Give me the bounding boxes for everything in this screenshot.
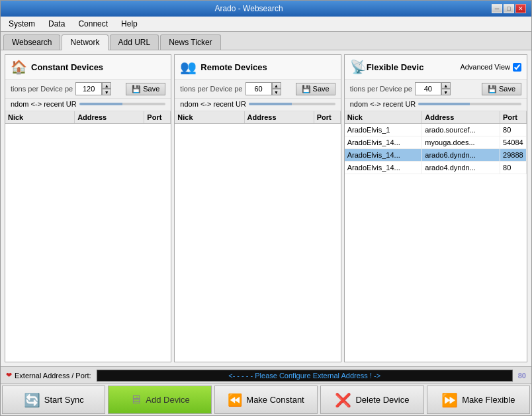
remote-save-button[interactable]: 💾 Save — [296, 83, 335, 95]
arrow-left-icon: ⏪ — [228, 393, 242, 407]
tab-websearch[interactable]: Websearch — [3, 34, 60, 50]
flexible-spinbox: ▲ ▼ — [415, 82, 451, 95]
flexible-save-button[interactable]: 💾 Save — [482, 83, 521, 95]
remote-table-header: Nick Address Port — [175, 111, 340, 124]
flexible-col-nick: Nick — [345, 111, 423, 123]
flexible-save-icon: 💾 — [488, 85, 497, 93]
remote-spinbox: ▲ ▼ — [245, 82, 281, 95]
table-row[interactable]: AradoElvis_14... arado4.dyndn... 80 — [345, 162, 527, 174]
constant-actions-input[interactable] — [75, 82, 102, 95]
menu-connect[interactable]: Connect — [73, 18, 113, 30]
flexible-panel-header: 📡 Flexible Devic Advanced View — [345, 55, 527, 79]
delete-icon: ❌ — [335, 392, 351, 408]
flexible-actions-label: tions per Device pe — [350, 85, 412, 93]
people-icon: 👥 — [180, 59, 197, 75]
minimize-button[interactable]: ─ — [492, 4, 502, 13]
remote-actions-input[interactable] — [245, 82, 272, 95]
start-sync-label: Start Sync — [44, 395, 84, 405]
constant-devices-panel: 🏠 Constant Devices tions per Device pe ▲… — [5, 54, 171, 362]
remote-spinbox-buttons: ▲ ▼ — [272, 82, 281, 95]
remote-spin-down[interactable]: ▼ — [272, 89, 281, 95]
flexible-table-body: AradoElvis_1 arado.sourcef... 80 AradoEl… — [345, 124, 527, 362]
flexible-panel-title: Flexible Devic — [367, 62, 424, 72]
remote-col-nick: Nick — [175, 111, 244, 123]
remote-slider[interactable] — [249, 103, 335, 105]
flexible-actions-input[interactable] — [415, 82, 441, 95]
save-icon: 💾 — [132, 85, 141, 93]
cell-nick: AradoElvis_14... — [345, 149, 423, 161]
remote-actions-label: tions per Device pe — [180, 85, 242, 93]
constant-panel-controls: tions per Device pe ▲ ▼ 💾 Save — [5, 79, 171, 99]
window-title: Arado - Websearch — [6, 4, 492, 13]
make-constant-button[interactable]: ⏪ Make Constant — [214, 386, 318, 414]
delete-device-label: Delete Device — [355, 395, 409, 405]
flexible-table-header: Nick Address Port — [345, 111, 527, 124]
constant-slider-label: ndom <-> recent UR — [11, 100, 77, 108]
cell-address: myouga.does... — [422, 136, 500, 148]
remote-panel-header: 👥 Remote Devices — [175, 55, 340, 79]
remote-col-address: Address — [245, 111, 314, 123]
menu-help[interactable]: Help — [116, 18, 143, 30]
table-row[interactable]: AradoElvis_1 arado.sourcef... 80 — [345, 124, 527, 136]
external-address-input[interactable] — [97, 370, 513, 382]
close-button[interactable]: ✕ — [515, 4, 526, 13]
table-row[interactable]: AradoElvis_14... myouga.does... 54084 — [345, 136, 527, 149]
remote-slider-row: ndom <-> recent UR — [175, 99, 340, 111]
add-device-button[interactable]: 🖥 Add Device — [108, 386, 211, 414]
constant-spin-up[interactable]: ▲ — [102, 82, 111, 89]
main-content: 🏠 Constant Devices tions per Device pe ▲… — [1, 50, 531, 415]
cell-address: arado4.dyndn... — [422, 162, 500, 174]
advanced-view-checkbox[interactable] — [513, 63, 521, 72]
cell-address: arado.sourcef... — [422, 124, 500, 136]
monitor-icon: 🖥 — [130, 393, 142, 407]
constant-spinbox: ▲ ▼ — [75, 82, 111, 95]
constant-table-header: Nick Address Port — [5, 111, 171, 124]
constant-save-button[interactable]: 💾 Save — [126, 83, 165, 95]
heart-icon: ❤ — [6, 371, 12, 380]
flexible-spin-down[interactable]: ▼ — [441, 89, 451, 95]
flexible-slider-row: ndom <-> recent UR — [345, 99, 527, 111]
window-controls: ─ □ ✕ — [492, 4, 526, 13]
flexible-save-label: Save — [499, 85, 515, 93]
advanced-view-label: Advanced View — [460, 63, 510, 71]
make-flexible-label: Make Flexible — [462, 395, 515, 405]
cell-port: 80 — [500, 162, 527, 174]
cell-nick: AradoElvis_14... — [345, 162, 423, 174]
flexible-col-port: Port — [500, 111, 527, 123]
tab-news-ticker[interactable]: News Ticker — [160, 34, 220, 50]
start-sync-button[interactable]: 🔄 Start Sync — [2, 386, 105, 414]
flexible-spin-up[interactable]: ▲ — [441, 82, 451, 89]
menu-data[interactable]: Data — [43, 18, 70, 30]
external-address-text: External Address / Port: — [15, 372, 91, 380]
advanced-view-control: Advanced View — [460, 63, 521, 72]
remote-slider-label: ndom <-> recent UR — [180, 100, 246, 108]
tab-network[interactable]: Network — [62, 34, 108, 50]
flexible-slider[interactable] — [418, 103, 521, 105]
make-flexible-button[interactable]: ⏩ Make Flexible — [427, 386, 530, 414]
external-address-label: ❤ External Address / Port: — [6, 371, 91, 380]
flexible-spinbox-buttons: ▲ ▼ — [441, 82, 451, 95]
cell-nick: AradoElvis_14... — [345, 136, 423, 148]
flexible-col-address: Address — [422, 111, 500, 123]
flexible-devices-panel: 📡 Flexible Devic Advanced View tions per… — [344, 54, 527, 362]
remote-spin-up[interactable]: ▲ — [272, 82, 281, 89]
delete-device-button[interactable]: ❌ Delete Device — [320, 386, 423, 414]
flex-icon: ⏩ — [441, 392, 458, 408]
constant-panel-header: 🏠 Constant Devices — [5, 55, 171, 79]
cell-port: 54084 — [500, 136, 527, 148]
titlebar: Arado - Websearch ─ □ ✕ — [1, 1, 531, 17]
tab-bar: Websearch Network Add URL News Ticker — [1, 32, 531, 50]
remote-col-port: Port — [314, 111, 341, 123]
cell-address: arado6.dyndn... — [422, 149, 500, 161]
constant-slider[interactable] — [79, 103, 166, 105]
constant-panel-title: Constant Devices — [31, 62, 103, 72]
constant-spinbox-buttons: ▲ ▼ — [102, 82, 111, 95]
maximize-button[interactable]: □ — [504, 4, 514, 13]
status-port: 80 — [518, 372, 526, 380]
make-constant-label: Make Constant — [246, 395, 304, 405]
tab-add-url[interactable]: Add URL — [110, 34, 159, 50]
table-row[interactable]: AradoElvis_14... arado6.dyndn... 29888 — [345, 149, 527, 162]
constant-spin-down[interactable]: ▼ — [102, 89, 111, 95]
menu-system[interactable]: System — [3, 18, 40, 30]
remote-panel-title: Remote Devices — [200, 62, 267, 72]
